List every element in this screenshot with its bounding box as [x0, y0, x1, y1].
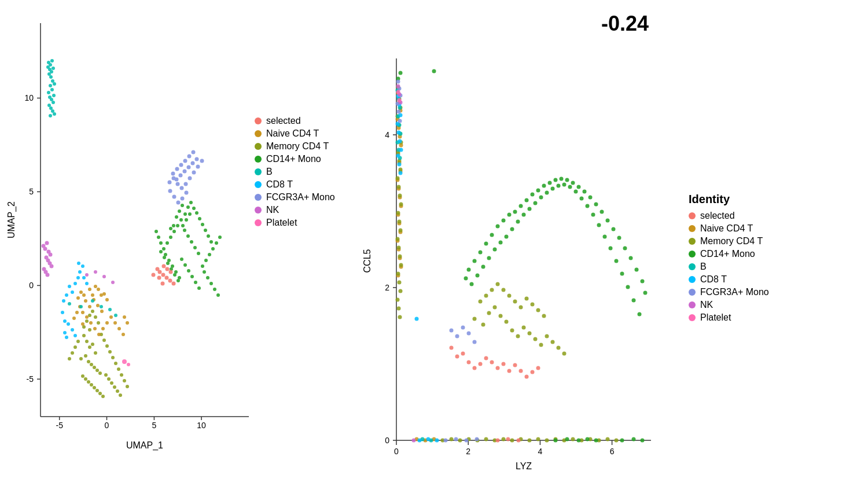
svg-point-55: [88, 345, 91, 349]
svg-point-188: [190, 275, 194, 278]
svg-point-103: [96, 304, 100, 307]
right-legend-item: NK: [689, 300, 769, 310]
svg-point-385: [513, 209, 517, 214]
svg-point-113: [113, 321, 117, 325]
svg-point-240: [200, 159, 204, 163]
svg-point-512: [506, 437, 510, 441]
svg-point-310: [399, 167, 403, 171]
svg-point-62: [95, 369, 99, 372]
svg-point-258: [122, 359, 127, 364]
right-legend-item: Memory CD4 T: [689, 236, 769, 246]
svg-point-34: [50, 98, 53, 101]
svg-point-409: [464, 276, 468, 280]
svg-point-387: [525, 198, 529, 202]
svg-point-38: [51, 109, 54, 113]
svg-text:4: 4: [538, 447, 543, 456]
svg-point-190: [197, 286, 201, 290]
svg-point-231: [195, 157, 199, 161]
svg-point-382: [496, 224, 500, 228]
svg-point-98: [116, 389, 119, 393]
svg-point-145: [78, 270, 82, 274]
svg-point-395: [571, 181, 575, 185]
svg-point-37: [49, 106, 53, 110]
legend-label: selected: [700, 211, 735, 221]
svg-point-508: [525, 374, 529, 378]
legend-title: Identity: [689, 193, 769, 206]
svg-point-225: [192, 150, 196, 154]
svg-point-217: [159, 241, 163, 245]
svg-point-321: [399, 263, 403, 267]
umap-y-label: UMAP_2: [6, 201, 17, 238]
svg-point-68: [93, 386, 96, 389]
svg-point-218: [157, 236, 160, 239]
svg-point-515: [398, 98, 402, 102]
svg-point-311: [396, 176, 400, 180]
svg-point-93: [126, 385, 129, 388]
svg-point-30: [50, 88, 54, 91]
svg-point-148: [81, 264, 84, 268]
main-container: -5 0 5 10 UMAP_1: [0, 0, 868, 482]
svg-point-398: [589, 195, 593, 199]
svg-point-444: [565, 437, 569, 441]
svg-point-163: [172, 230, 176, 233]
svg-point-329: [481, 322, 486, 326]
svg-point-99: [119, 393, 122, 397]
svg-point-183: [193, 246, 197, 249]
svg-point-393: [560, 176, 564, 181]
svg-point-325: [396, 297, 400, 301]
legend-label: Platelet: [700, 312, 731, 323]
svg-point-63: [98, 371, 102, 375]
svg-point-151: [91, 299, 94, 303]
svg-point-483: [455, 334, 459, 338]
left-legend-item: CD8 T: [255, 179, 335, 190]
svg-point-326: [397, 306, 401, 310]
svg-point-318: [396, 237, 400, 241]
svg-point-389: [536, 188, 540, 192]
svg-point-244: [181, 197, 185, 201]
legend-dot: [255, 156, 262, 163]
legend-dot: [255, 143, 262, 150]
svg-text:0: 0: [105, 421, 109, 430]
svg-point-351: [519, 305, 523, 309]
right-legend-item: selected: [689, 211, 769, 221]
svg-point-254: [157, 276, 161, 280]
svg-point-130: [102, 292, 106, 296]
svg-point-152: [100, 305, 103, 308]
svg-point-342: [557, 345, 561, 349]
svg-point-502: [490, 360, 494, 364]
svg-point-87: [68, 357, 71, 360]
svg-point-91: [120, 373, 123, 377]
svg-text:0: 0: [29, 281, 34, 290]
svg-point-315: [396, 211, 400, 215]
svg-point-142: [73, 334, 77, 337]
svg-point-317: [399, 228, 403, 232]
svg-point-235: [180, 186, 184, 190]
svg-point-196: [218, 236, 222, 239]
svg-point-56: [91, 343, 94, 346]
svg-point-173: [166, 262, 170, 265]
svg-point-159: [111, 281, 115, 284]
svg-point-25: [47, 72, 51, 76]
legend-dot: [255, 117, 262, 124]
right-legend-item: CD8 T: [689, 274, 769, 285]
svg-point-157: [94, 270, 97, 274]
svg-point-212: [198, 217, 201, 220]
svg-point-232: [168, 181, 172, 185]
svg-point-171: [159, 250, 163, 253]
svg-point-472: [415, 317, 419, 321]
svg-point-396: [577, 185, 581, 189]
svg-point-391: [548, 181, 552, 185]
svg-point-54: [85, 340, 89, 343]
svg-point-191: [201, 264, 204, 268]
svg-point-94: [104, 373, 108, 377]
svg-point-449: [632, 437, 636, 441]
svg-point-111: [105, 321, 109, 325]
svg-point-215: [207, 234, 210, 238]
svg-point-489: [465, 438, 469, 442]
legend-dot: [255, 181, 262, 188]
svg-point-500: [479, 362, 483, 366]
legend-dot: [689, 238, 696, 245]
svg-point-413: [487, 256, 491, 260]
right-legend-item: Naive CD4 T: [689, 223, 769, 234]
legend-label: CD8 T: [700, 274, 727, 285]
